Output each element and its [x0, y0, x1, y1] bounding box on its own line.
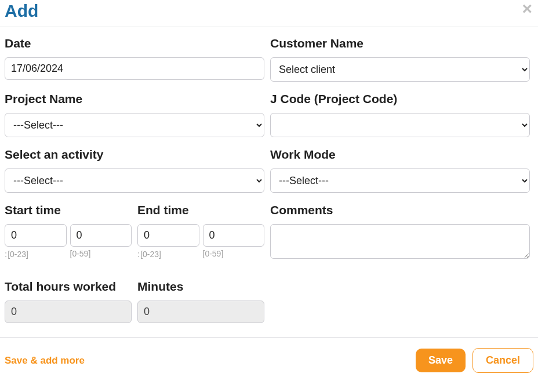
jcode-label: J Code (Project Code) — [270, 92, 530, 106]
total-hours-label: Total hours worked — [5, 280, 132, 294]
end-minute-hint: [0-59] — [203, 249, 265, 258]
dialog-header: Add × — [0, 0, 538, 27]
end-hour-hint: :[0-23] — [137, 249, 199, 259]
cancel-button[interactable]: Cancel — [472, 348, 533, 373]
activity-label: Select an activity — [5, 148, 264, 162]
end-time-label: End time — [137, 203, 264, 217]
project-select[interactable]: ---Select--- — [5, 113, 264, 137]
start-time-label: Start time — [5, 203, 132, 217]
activity-select[interactable]: ---Select--- — [5, 168, 264, 193]
customer-select[interactable]: Select client — [270, 57, 530, 82]
jcode-select[interactable] — [270, 113, 530, 137]
date-input[interactable] — [5, 57, 264, 80]
start-hour-hint: :[0-23] — [5, 249, 67, 259]
date-label: Date — [5, 36, 264, 50]
end-minute-input[interactable] — [203, 224, 265, 247]
comments-textarea[interactable] — [270, 224, 530, 259]
save-and-add-more-button[interactable]: Save & add more — [5, 355, 85, 367]
start-hour-input[interactable] — [5, 224, 67, 247]
start-minute-hint: [0-59] — [70, 249, 132, 258]
customer-label: Customer Name — [270, 36, 530, 50]
close-button[interactable]: × — [522, 0, 532, 17]
comments-label: Comments — [270, 203, 530, 217]
total-minutes-label: Minutes — [137, 280, 264, 294]
workmode-label: Work Mode — [270, 148, 530, 162]
start-minute-input[interactable] — [70, 224, 132, 247]
total-hours-output — [5, 301, 132, 323]
project-label: Project Name — [5, 92, 264, 106]
add-dialog: Add × Date Customer Name Select client P… — [0, 0, 538, 378]
dialog-title: Add — [5, 1, 533, 21]
workmode-select[interactable]: ---Select--- — [270, 168, 530, 193]
dialog-body: Date Customer Name Select client Project… — [0, 27, 538, 337]
end-hour-input[interactable] — [137, 224, 199, 247]
dialog-footer: Save & add more Save Cancel — [0, 337, 538, 378]
total-minutes-output — [137, 301, 264, 323]
save-button[interactable]: Save — [416, 349, 466, 372]
